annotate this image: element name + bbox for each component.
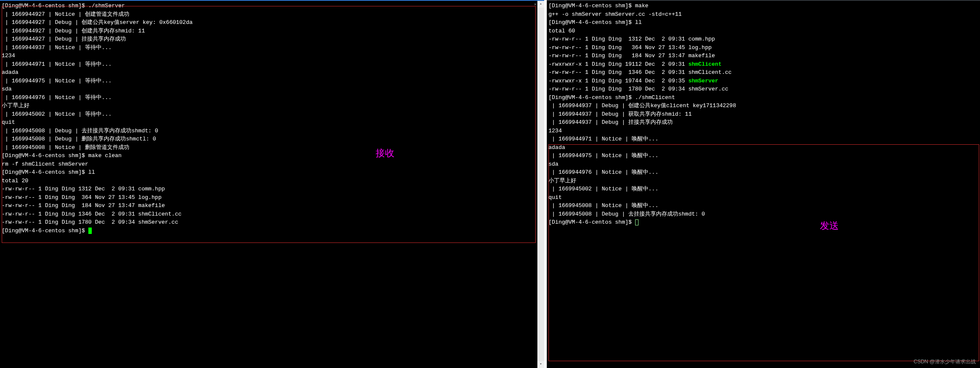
terminal-line: -rwxrwxr-x 1 Ding Ding 19744 Dec 2 09:35… <box>548 77 978 85</box>
terminal-line: 1234 <box>548 127 978 135</box>
terminal-line: total 60 <box>548 27 978 35</box>
scroll-track[interactable] <box>537 8 544 368</box>
terminal-line: | 1669944937 | Debug | 创建公共key值clicent k… <box>548 102 978 110</box>
terminal-right[interactable]: [Ding@VM-4-6-centos shm]$ makeg++ -o shm… <box>547 0 980 368</box>
terminal-line: [Ding@VM-4-6-centos shm]$ ./shmClicent <box>548 93 978 102</box>
executable-file: shmClicent <box>688 61 722 67</box>
terminal-line: -rw-rw-r-- 1 Ding Ding 364 Nov 27 13:45 … <box>548 44 978 52</box>
terminal-left[interactable]: ✕ [Ding@VM-4-6-centos shm]$ ./shmServer … <box>0 0 544 368</box>
terminal-line: g++ -o shmServer shmServer.cc -std=c++11 <box>548 10 978 19</box>
terminal-line: [Ding@VM-4-6-centos shm]$ make <box>548 2 978 10</box>
scrollbar-left[interactable]: ▴ ▾ <box>537 1 544 368</box>
terminal-line: | 1669944937 | Debug | 挂接共享内存成功 <box>548 118 978 127</box>
terminal-line: [Ding@VM-4-6-centos shm]$ ll <box>548 18 978 27</box>
terminal-line: | 1669944971 | Notice | 唤醒中... <box>548 135 978 143</box>
highlight-box-right <box>548 144 979 361</box>
terminal-line: -rw-rw-r-- 1 Ding Ding 1346 Dec 2 09:31 … <box>548 68 978 77</box>
scroll-up-icon[interactable]: ▴ <box>537 1 544 8</box>
watermark-text: CSDN @潜水少年请求出战 <box>913 358 976 365</box>
terminal-line: -rwxrwxr-x 1 Ding Ding 19112 Dec 2 09:31… <box>548 60 978 69</box>
scroll-down-icon[interactable]: ▾ <box>537 361 544 368</box>
terminal-line: -rw-rw-r-- 1 Ding Ding 184 Nov 27 13:47 … <box>548 52 978 60</box>
annotation-label-left: 接收 <box>376 146 394 160</box>
highlight-box-left <box>2 6 536 243</box>
annotation-label-right: 发送 <box>820 219 839 233</box>
terminal-line: -rw-rw-r-- 1 Ding Ding 1312 Dec 2 09:31 … <box>548 35 978 44</box>
terminal-line: | 1669944937 | Debug | 获取共享内存shmid: 11 <box>548 110 978 119</box>
executable-file: shmServer <box>688 78 718 84</box>
terminal-line: -rw-rw-r-- 1 Ding Ding 1780 Dec 2 09:34 … <box>548 85 978 93</box>
